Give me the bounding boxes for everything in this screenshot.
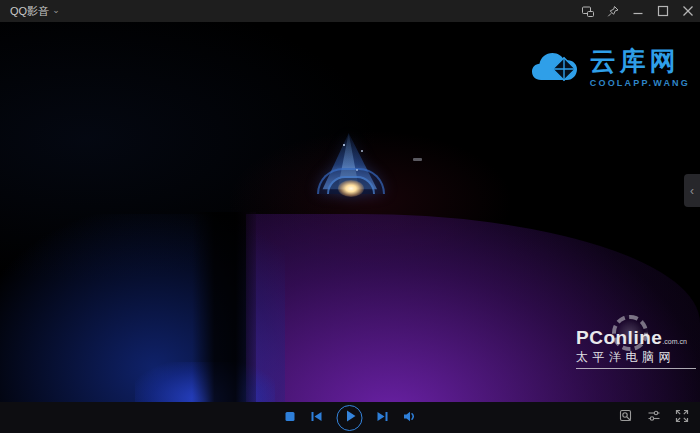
playback-control-bar — [0, 402, 700, 433]
minimize-button[interactable] — [625, 0, 650, 22]
next-icon — [376, 409, 390, 427]
video-gradient-blue-bright — [135, 362, 275, 402]
titlebar-buttons — [575, 0, 700, 22]
close-button[interactable] — [675, 0, 700, 22]
previous-button[interactable] — [310, 409, 324, 427]
light-beam-core — [322, 133, 380, 191]
previous-icon — [310, 409, 324, 427]
coolapp-logo-text: 云库网 COOLAPP.WANG — [590, 48, 690, 88]
fullscreen-button[interactable] — [675, 409, 689, 427]
video-gradient-topleft — [0, 22, 380, 282]
boss-key-button[interactable] — [575, 0, 600, 22]
boss-key-icon — [581, 5, 595, 18]
minimize-icon — [632, 5, 644, 17]
pconline-brand-row: PConline.com.cn — [576, 328, 696, 347]
chevron-down-icon: ⌄ — [52, 5, 60, 15]
fullscreen-icon — [675, 409, 689, 427]
playlist-panel-toggle[interactable]: ‹ — [684, 174, 700, 207]
play-button[interactable] — [337, 405, 363, 431]
cloud-logo-icon — [531, 48, 583, 92]
transport-controls — [284, 402, 417, 433]
pconline-watermark: PConline.com.cn 太平洋电脑网 — [576, 328, 696, 369]
pin-icon — [606, 5, 620, 18]
volume-button[interactable] — [403, 409, 417, 427]
app-menu[interactable]: QQ影音 ⌄ — [10, 4, 60, 19]
light-arc-inner — [327, 176, 375, 194]
play-icon — [338, 404, 362, 432]
star-dot — [356, 169, 358, 171]
pconline-domain-suffix: .com.cn — [662, 338, 687, 345]
snapshot-button[interactable] — [619, 409, 633, 427]
maximize-button[interactable] — [650, 0, 675, 22]
video-gradient-purple — [246, 214, 700, 402]
video-dark-pillar — [192, 212, 256, 402]
video-light-triangle — [322, 133, 380, 191]
video-dash-artifact — [413, 158, 422, 161]
coolapp-watermark: 云库网 COOLAPP.WANG — [531, 48, 690, 92]
star-dot — [361, 150, 363, 152]
settings-button[interactable] — [647, 409, 661, 427]
titlebar[interactable]: QQ影音 ⌄ — [0, 0, 700, 22]
coolapp-logo-title: 云库网 — [590, 48, 680, 75]
stop-icon — [284, 409, 297, 427]
pconline-brand: PConline — [576, 327, 662, 348]
video-gradient-red — [230, 132, 510, 272]
close-icon — [682, 5, 694, 17]
utility-controls — [619, 402, 689, 433]
snapshot-icon — [619, 409, 633, 427]
video-gradient-blue — [0, 214, 285, 402]
light-arc-outer — [317, 168, 385, 194]
light-beam — [322, 133, 380, 191]
app-title-label: QQ影音 — [10, 4, 49, 19]
coolapp-logo-subtitle: COOLAPP.WANG — [590, 78, 690, 88]
stop-button[interactable] — [284, 409, 297, 427]
pconline-chinese-name: 太平洋电脑网 — [576, 349, 696, 369]
qq-player-window: QQ影音 ⌄ — [0, 0, 700, 433]
volume-icon — [403, 409, 417, 427]
next-button[interactable] — [376, 409, 390, 427]
video-display-area[interactable]: 云库网 COOLAPP.WANG PConline.com.cn 太平洋电脑网 — [0, 22, 700, 402]
light-core-glow — [338, 180, 364, 197]
pin-button[interactable] — [600, 0, 625, 22]
chevron-left-icon: ‹ — [690, 184, 694, 198]
settings-sliders-icon — [647, 409, 661, 427]
maximize-icon — [657, 5, 669, 17]
gear-logo-icon — [612, 315, 648, 351]
star-dot — [343, 144, 345, 146]
